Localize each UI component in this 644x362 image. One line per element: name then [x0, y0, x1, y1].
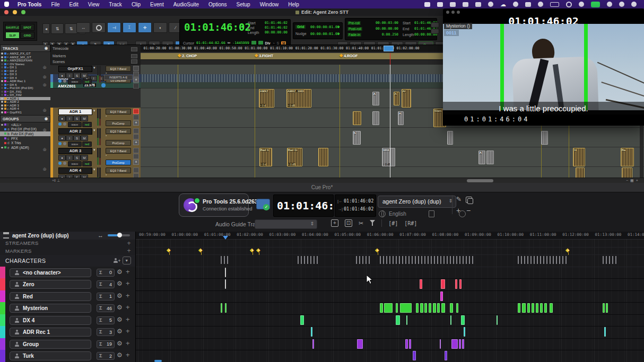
track-io-icon[interactable] [133, 167, 139, 173]
track-btn-I[interactable]: I [66, 135, 73, 141]
chip-icon[interactable] [463, 2, 468, 7]
audio-clip-1t[interactable]: 1t [573, 148, 585, 166]
track-btn-●[interactable]: ● [58, 73, 66, 78]
track-name[interactable]: ADR 4 [58, 167, 92, 174]
track-btn-I[interactable]: I [66, 155, 73, 161]
app-grid-icon[interactable] [437, 2, 443, 7]
cue-clip[interactable] [416, 303, 419, 313]
character-settings-icon[interactable]: ⚙ [117, 351, 123, 359]
minimize-icon[interactable] [451, 11, 455, 14]
audio-clip-a[interactable]: A [398, 111, 404, 125]
cue-clip[interactable] [433, 303, 436, 313]
cue-clip[interactable] [440, 339, 441, 349]
add-cue-icon[interactable]: + [126, 351, 130, 359]
audio-clip[interactable] [622, 167, 632, 178]
character-row-red[interactable]: RedΣ1⚙+ [0, 290, 135, 303]
audio-clip[interactable] [486, 151, 494, 164]
cue-marker-diamond[interactable]: ◆ [250, 248, 254, 253]
track-name[interactable]: ADR 3 [58, 148, 92, 154]
character-name-field[interactable]: Zero [10, 280, 91, 289]
network-icon[interactable] [488, 2, 493, 7]
track-sends-icon[interactable] [133, 154, 139, 159]
track-visibility-icon[interactable]: ◎ [43, 75, 46, 79]
automation-icon[interactable] [58, 122, 62, 126]
cloud-icon[interactable]: ☁ [500, 2, 506, 7]
cue-clip[interactable] [540, 303, 543, 313]
ruler-timecode-label[interactable]: Timecode [53, 47, 68, 50]
midi-zoom-icon[interactable]: ⇅ [65, 23, 77, 34]
cue-clip[interactable] [311, 327, 312, 337]
track-visibility-icon[interactable]: ◎ [43, 108, 46, 112]
audio-clip-a[interactable]: A [394, 92, 399, 105]
character-name-field[interactable]: Group [10, 340, 91, 349]
cue-clip[interactable] [497, 315, 498, 325]
character-row--no-character-[interactable]: <no character>Σ0⚙+ [0, 267, 135, 279]
character-row-mysterion[interactable]: MysterionΣ46⚙+ [0, 302, 135, 315]
zoomer-tool-icon[interactable]: ↔ [76, 22, 90, 33]
play-circle-icon[interactable] [538, 2, 543, 7]
track-header-adr-3[interactable]: ◎ADR 3▾●ISMwaveredEQ3 7-Band*ProComp+ [50, 147, 141, 167]
cue-clip[interactable] [518, 303, 520, 313]
browser-icon[interactable] [513, 2, 518, 7]
track-io-icon[interactable] [133, 66, 139, 71]
account-icon[interactable] [619, 2, 624, 7]
character-row-group[interactable]: GroupΣ19⚙+ [0, 338, 135, 351]
hzoom-icon[interactable]: ↔ [98, 232, 103, 239]
character-row-dx-4[interactable]: DX 4Σ5⚙+ [0, 314, 135, 327]
track-btn-S[interactable]: S [73, 73, 81, 78]
add-insert-icon[interactable]: + [133, 140, 139, 145]
track-sends-icon[interactable] [133, 72, 139, 77]
add-insert-icon[interactable]: + [133, 77, 139, 83]
cue-clip[interactable] [459, 339, 461, 349]
new-track-icon[interactable]: +‖ ⊥ [52, 179, 60, 183]
track-view-selector[interactable]: wave [68, 142, 82, 147]
cue-clip[interactable] [445, 351, 447, 360]
sync-video-icon[interactable]: ✓ [256, 199, 270, 209]
automation-icon[interactable] [58, 162, 62, 165]
track-view-selector[interactable]: wave [68, 122, 82, 127]
cue-count-field[interactable]: Σ1 [97, 293, 115, 301]
minimize-icon[interactable] [13, 10, 17, 14]
boxed-a-icon[interactable] [525, 2, 531, 7]
audio-clip[interactable] [541, 131, 548, 145]
cue-clip[interactable] [312, 339, 314, 349]
trim-tool-icon[interactable]: ⊣ [107, 22, 121, 33]
track-btn-S[interactable]: S [73, 135, 81, 141]
cue-ruler[interactable]: 00:59:00:0001:00:00:0001:01:00:0001:02:0… [136, 232, 644, 240]
add-take-icon[interactable]: + [456, 206, 460, 215]
battery-icon[interactable] [550, 2, 559, 7]
remove-take-icon[interactable]: − [466, 206, 471, 215]
track-io-icon[interactable] [133, 148, 139, 153]
mode-slip[interactable]: SLIP [5, 32, 20, 39]
add-insert-icon[interactable]: + [133, 120, 139, 126]
marker-2-chop[interactable]: ◆2. CHOP [178, 54, 197, 58]
groups-panel-header[interactable]: GROUPS◉ [0, 115, 50, 122]
audio-clip-amxz[interactable]: AMXZ↑ 0 d [259, 89, 274, 108]
toolbar-extra-2[interactable] [431, 29, 439, 34]
character-settings-icon[interactable]: ⚙ [117, 280, 123, 287]
menu-clip[interactable]: Clip [127, 2, 145, 7]
track-view-selector[interactable]: wave [68, 79, 82, 84]
insert-dyn[interactable]: ProComp [106, 120, 131, 126]
duplicate-icon[interactable] [466, 197, 472, 203]
cue-clip[interactable] [459, 279, 462, 289]
character-row-adr-rec-1[interactable]: ADR Rec 1Σ3⚙+ [0, 326, 135, 339]
cue-hscroll-fragment[interactable] [154, 360, 162, 362]
cue-clip[interactable] [527, 303, 530, 313]
cue-clip[interactable] [300, 315, 304, 325]
cue-count-field[interactable]: Σ5 [97, 316, 115, 324]
audio-clip-a[interactable]: A [478, 151, 485, 164]
cue-marker-diamond[interactable]: ◆ [256, 248, 260, 253]
zoom-out-icon[interactable]: ◂ [42, 23, 50, 34]
track-btn-M[interactable]: M [81, 116, 88, 121]
cue-clip[interactable] [420, 279, 422, 289]
audio-clip[interactable] [576, 167, 585, 178]
cue-clip[interactable] [221, 303, 222, 313]
character-settings-icon[interactable]: ⚙ [117, 304, 123, 311]
character-name-field[interactable]: <no character> [10, 268, 91, 277]
insert-dyn[interactable]: ProComp [106, 160, 131, 165]
playlist-color-label[interactable]: red [82, 122, 92, 127]
track-sends-icon[interactable] [133, 114, 139, 120]
cue-clip[interactable] [450, 303, 453, 313]
close-icon[interactable] [4, 10, 8, 14]
